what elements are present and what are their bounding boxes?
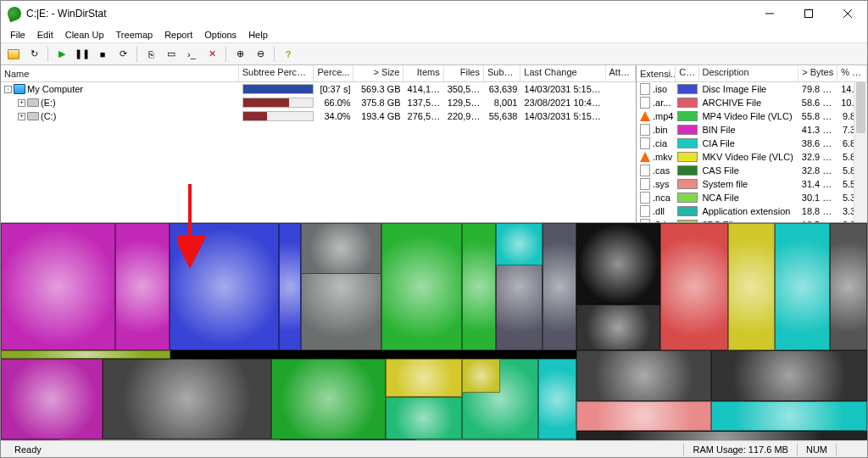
ext-bytes: 58.6 GB xyxy=(798,98,837,108)
treemap-block[interactable] xyxy=(660,223,728,350)
ext-row[interactable]: .mp4MP4 Video File (VLC)55.8 GB9.8% xyxy=(637,109,867,123)
treemap-block[interactable] xyxy=(542,223,576,350)
zoomout-button[interactable]: ⊖ xyxy=(251,45,270,64)
treemap-block[interactable] xyxy=(271,359,386,439)
run-button[interactable]: ▶ xyxy=(53,45,71,64)
treemap-block[interactable] xyxy=(381,223,462,350)
tree-row[interactable]: -My Computer[0:37 s]569.3 GB414,163350,5… xyxy=(1,82,636,96)
close-button[interactable] xyxy=(828,1,867,26)
treemap-block[interactable] xyxy=(496,223,542,265)
treemap-block[interactable] xyxy=(775,223,830,350)
ext-header[interactable]: Description xyxy=(699,65,798,81)
treemap-block[interactable] xyxy=(462,223,496,350)
maximize-button[interactable] xyxy=(789,1,828,26)
minimize-button[interactable] xyxy=(750,1,789,26)
treemap-block[interactable] xyxy=(711,350,867,401)
tree-row-label: (C:) xyxy=(41,111,56,121)
refresh-button[interactable]: ↻ xyxy=(25,45,43,64)
tree-header[interactable]: Items xyxy=(403,65,443,81)
ext-row[interactable]: .3ds3DS File18.5 GB3.2% xyxy=(637,218,867,222)
zoomin-button[interactable]: ⊕ xyxy=(231,45,249,64)
treemap-block[interactable] xyxy=(280,439,415,440)
treemap-block[interactable] xyxy=(301,223,381,274)
ext-bytes: 18.8 GB xyxy=(798,206,837,216)
treemap-block[interactable] xyxy=(170,223,280,350)
treemap-block[interactable] xyxy=(576,223,661,304)
tree-header[interactable]: Name xyxy=(1,65,239,81)
treemap-block[interactable] xyxy=(728,223,775,350)
menu-edit[interactable]: Edit xyxy=(31,28,59,42)
tree-row-label: (E:) xyxy=(41,98,56,108)
window-title: C:|E: - WinDirStat xyxy=(26,8,750,20)
treemap-block[interactable] xyxy=(386,397,462,439)
menu-report[interactable]: Report xyxy=(159,28,198,42)
treemap-block[interactable] xyxy=(830,223,867,350)
treemap-block[interactable] xyxy=(1,350,170,359)
menu-file[interactable]: File xyxy=(4,28,31,42)
tree-row[interactable]: +(E:)66.0%375.8 GB137,577129,5768,00123/… xyxy=(1,96,636,109)
treemap-block[interactable] xyxy=(386,359,462,397)
treemap-block[interactable] xyxy=(415,439,576,440)
tree-row[interactable]: +(C:)34.0%193.4 GB276,586220,94855,63814… xyxy=(1,109,636,123)
ext-row[interactable]: .ciaCIA File38.6 GB6.8% xyxy=(637,137,867,150)
ext-label: .sys xyxy=(653,179,670,189)
stop-button[interactable]: ■ xyxy=(93,45,112,64)
treemap-block[interactable] xyxy=(576,350,712,401)
tree-header[interactable]: Subdirs xyxy=(484,65,520,81)
ext-row[interactable]: .sysSystem file31.4 GB5.5% xyxy=(637,177,867,191)
tree-body[interactable]: -My Computer[0:37 s]569.3 GB414,163350,5… xyxy=(1,82,636,222)
treemap-block[interactable] xyxy=(60,439,280,440)
cmd-button[interactable]: ›_ xyxy=(182,45,201,64)
rescan-button[interactable]: ⟳ xyxy=(114,45,132,64)
open-button[interactable] xyxy=(4,45,23,64)
ext-row[interactable]: .ar...ARCHIVE File58.6 GB10.3% xyxy=(637,96,867,109)
treemap-block[interactable] xyxy=(1,439,60,440)
tree-header[interactable]: Files xyxy=(444,65,484,81)
treemap[interactable] xyxy=(1,223,867,440)
menubar: FileEditClean UpTreemapReportOptionsHelp xyxy=(1,26,867,43)
copy-button[interactable]: ⎘ xyxy=(142,45,160,64)
ext-header[interactable]: Extensi... xyxy=(637,65,676,81)
ext-body[interactable]: .isoDisc Image File79.8 GB14.0%.ar...ARC… xyxy=(637,82,867,222)
help-button[interactable]: ? xyxy=(279,45,298,64)
ext-row[interactable]: .isoDisc Image File79.8 GB14.0% xyxy=(637,82,867,96)
pause-button[interactable]: ❚❚ xyxy=(73,45,92,64)
ext-row[interactable]: .binBIN File41.3 GB7.3% xyxy=(637,123,867,137)
treemap-block[interactable] xyxy=(576,304,661,350)
tree-header[interactable]: Attri... xyxy=(606,65,636,81)
ext-bytes: 38.6 GB xyxy=(798,138,837,148)
menu-treemap[interactable]: Treemap xyxy=(110,28,159,42)
treemap-block[interactable] xyxy=(462,359,500,393)
tree-header[interactable]: Subtree Percent... xyxy=(239,65,314,81)
expand-icon[interactable]: + xyxy=(18,113,25,120)
treemap-block[interactable] xyxy=(711,401,867,431)
treemap-block[interactable] xyxy=(576,401,712,431)
ext-row[interactable]: .ncaNCA File30.1 GB5.3% xyxy=(637,191,867,204)
ext-header[interactable]: Col... xyxy=(676,65,698,81)
treemap-block[interactable] xyxy=(115,223,170,350)
ext-row[interactable]: .mkvMKV Video File (VLC)32.9 GB5.8% xyxy=(637,150,867,164)
treemap-block[interactable] xyxy=(103,359,272,439)
ext-row[interactable]: .casCAS File32.8 GB5.8% xyxy=(637,164,867,177)
menu-clean-up[interactable]: Clean Up xyxy=(59,28,110,42)
treemap-block[interactable] xyxy=(538,359,576,439)
treemap-block[interactable] xyxy=(279,223,301,350)
menu-options[interactable]: Options xyxy=(198,28,242,42)
delete-button[interactable]: ✕ xyxy=(203,45,221,64)
expand-icon[interactable]: + xyxy=(18,99,25,107)
tree-header[interactable]: Last Change xyxy=(520,65,605,81)
tree-header[interactable]: Perce... xyxy=(314,65,353,81)
treemap-block[interactable] xyxy=(576,431,867,440)
treemap-block[interactable] xyxy=(1,223,115,350)
tree-header[interactable]: > Size xyxy=(353,65,403,81)
treemap-block[interactable] xyxy=(1,359,103,439)
toolbar: ↻ ▶ ❚❚ ■ ⟳ ⎘ ▭ ›_ ✕ ⊕ ⊖ ? xyxy=(1,43,867,65)
ext-scrollbar[interactable] xyxy=(854,82,867,222)
ext-header[interactable]: % By... xyxy=(837,65,867,81)
color-swatch xyxy=(677,98,698,108)
explorer-button[interactable]: ▭ xyxy=(162,45,181,64)
collapse-icon[interactable]: - xyxy=(4,86,12,93)
ext-header[interactable]: > Bytes xyxy=(798,65,837,81)
ext-row[interactable]: .dllApplication extension18.8 GB3.3% xyxy=(637,204,867,218)
menu-help[interactable]: Help xyxy=(242,28,274,42)
